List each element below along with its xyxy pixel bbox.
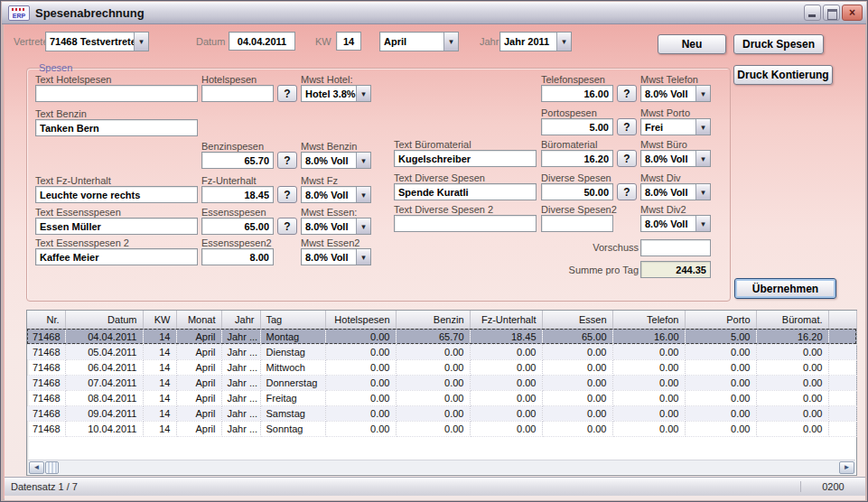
telefonspesen-input[interactable] [541,85,613,102]
text-fz-input[interactable] [35,186,198,203]
divers-help-button[interactable]: ? [617,183,637,200]
vertreter-select[interactable]: 71468 Testvertreter I ▾ [45,32,149,51]
cell: 0.00 [325,344,396,359]
table-row[interactable]: 7146810.04.201114AprilJahr ...Sonntag0.0… [27,421,856,436]
uebernehmen-button[interactable]: Übernehmen [734,278,836,299]
app-icon: ERP [8,5,30,21]
benzin-help-button[interactable]: ? [277,152,297,169]
close-button[interactable]: × [842,5,863,21]
essen-help-button[interactable]: ? [277,218,297,235]
porto-help-button[interactable]: ? [617,118,637,135]
mwst-essen-select[interactable]: 8.0% Voll ▾ [301,218,371,235]
mwst-telefon-select[interactable]: 8.0% Voll ▾ [640,85,711,102]
mwst-essen2-select[interactable]: 8.0% Voll ▾ [301,248,371,265]
datum-field[interactable] [229,32,295,51]
bueromaterial-input[interactable] [541,150,613,167]
text-divers2-input[interactable] [394,215,537,232]
column-header[interactable] [828,311,856,329]
scroll-right-button[interactable]: ► [839,461,854,474]
column-header[interactable]: Benzin [396,311,470,329]
chevron-down-icon[interactable]: ▾ [695,184,710,200]
chevron-down-icon[interactable]: ▾ [356,153,370,168]
text-essen-input[interactable] [35,218,198,235]
table-row[interactable]: 7146805.04.201114AprilJahr ...Dienstag0.… [27,344,856,359]
fz-unterhalt-input[interactable] [201,186,274,203]
hotel-help-button[interactable]: ? [277,85,297,102]
mwst-div2-select[interactable]: 8.0% Voll ▾ [640,215,711,232]
table-row[interactable]: 7146804.04.201114AprilJahr ...Montag0.00… [27,329,856,344]
benzinspesen-input[interactable] [201,152,274,169]
table-row[interactable]: 7146809.04.201114AprilJahr ...Samstag0.0… [27,405,856,421]
column-header[interactable]: Hotelspesen [325,311,396,329]
text-benzin-input[interactable] [35,119,198,136]
table-row[interactable]: 7146807.04.201114AprilJahr ...Donnerstag… [27,375,856,390]
druck-kontierung-button[interactable]: Druck Kontierung [733,65,833,85]
druck-spesen-button[interactable]: Druck Spesen [733,34,824,54]
table-row[interactable]: 7146808.04.201114AprilJahr ...Freitag0.0… [27,390,856,405]
cell: Jahr ... [221,344,260,359]
column-header[interactable]: Fz-Unterhalt [470,311,542,329]
text-essen2-input[interactable] [35,248,198,265]
mwst-fz-select[interactable]: 8.0% Voll ▾ [301,186,371,203]
diverse-spesen-input[interactable] [541,183,613,200]
scroll-left-button[interactable]: ◄ [29,461,44,474]
kw-field[interactable] [336,32,361,51]
column-header[interactable]: Datum [65,311,143,329]
telefon-help-button[interactable]: ? [617,85,637,102]
mwst-porto-select[interactable]: Frei ▾ [640,118,711,135]
column-header[interactable]: Telefon [612,311,685,329]
scrollbar-thumb[interactable] [45,461,59,474]
chevron-down-icon[interactable]: ▾ [695,216,710,231]
cell: Sonntag [260,421,325,436]
chevron-down-icon[interactable]: ▾ [356,249,370,265]
column-header[interactable]: Porto [685,311,756,329]
mwst-hotel-select[interactable]: Hotel 3.8% ▾ [301,85,371,102]
mwst-div-select[interactable]: 8.0% Voll ▾ [640,183,711,200]
chevron-down-icon[interactable]: ▾ [356,187,370,202]
essensspesen2-input[interactable] [201,248,274,265]
monat-select[interactable]: April ▾ [379,32,459,51]
window-body: Vertreter 71468 Testvertreter I ▾ Datum … [5,24,865,477]
chevron-down-icon[interactable]: ▾ [556,33,571,51]
table-header-row: Nr.DatumKWMonatJahrTagHotelspesenBenzinF… [27,311,856,329]
column-header[interactable]: Tag [260,311,325,329]
cell: Jahr ... [221,359,260,375]
horizontal-scrollbar[interactable]: ◄ ► [28,460,855,474]
hotelspesen-input[interactable] [201,85,274,102]
chevron-down-icon[interactable]: ▾ [695,151,710,166]
chevron-down-icon[interactable]: ▾ [695,119,710,135]
table-row[interactable]: 7146806.04.201114AprilJahr ...Mittwoch0.… [27,359,856,375]
column-header[interactable]: Nr. [27,311,65,329]
mwst-benzin-select[interactable]: 8.0% Voll ▾ [301,152,371,169]
column-header[interactable]: Essen [542,311,612,329]
chevron-down-icon[interactable]: ▾ [443,33,458,51]
text-buero-input[interactable] [394,150,537,167]
column-header[interactable]: Monat [176,311,221,329]
chevron-down-icon[interactable]: ▾ [356,218,370,234]
neu-button[interactable]: Neu [658,34,726,54]
mwst-buero-label: Mwst Büro [640,139,687,150]
vorschuss-input[interactable] [640,239,711,256]
text-benzin-label: Text Benzin [35,108,87,119]
column-header[interactable]: Jahr [221,311,260,329]
buero-help-button[interactable]: ? [617,150,637,167]
fz-unterhalt-label: Fz-Unterhalt [201,175,257,186]
cell: 0.00 [470,405,542,421]
text-hotelspesen-input[interactable] [35,85,198,102]
column-header[interactable]: Büromat. [756,311,828,329]
diverse-spesen2-input[interactable] [541,215,613,232]
cell [828,421,856,436]
text-divers2-label: Text Diverse Spesen 2 [394,204,493,215]
chevron-down-icon[interactable]: ▾ [356,86,370,101]
maximize-button[interactable] [823,5,840,21]
minimize-button[interactable] [804,5,821,21]
fz-help-button[interactable]: ? [277,186,297,203]
portospesen-input[interactable] [541,118,613,135]
text-divers-input[interactable] [394,183,537,200]
column-header[interactable]: KW [143,311,176,329]
essensspesen-input[interactable] [201,218,274,235]
mwst-buero-select[interactable]: 8.0% Voll ▾ [640,150,711,167]
chevron-down-icon[interactable]: ▾ [695,86,710,101]
jahr-select[interactable]: Jahr 2011 ▾ [499,32,572,51]
chevron-down-icon[interactable]: ▾ [134,33,148,51]
